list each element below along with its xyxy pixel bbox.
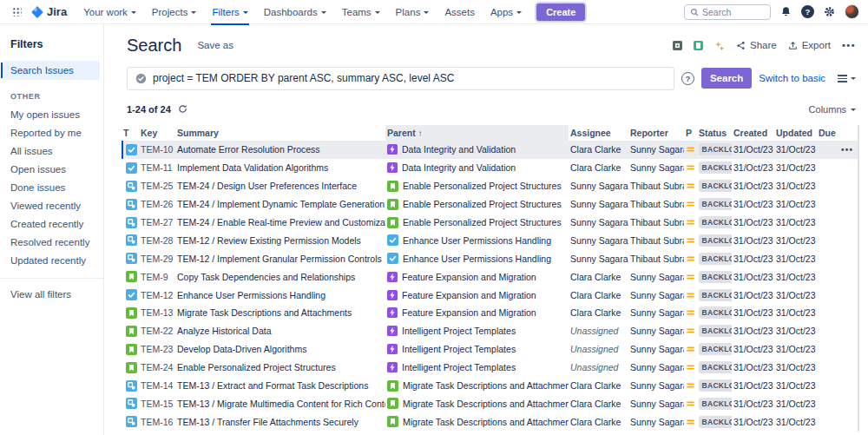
issue-row-tem-11[interactable]: TEM-11Implement Data Validation Algorith…: [122, 159, 859, 177]
issue-row-tem-28[interactable]: TEM-28TEM-12 / Review Existing Permissio…: [122, 231, 859, 249]
column-header-parent[interactable]: Parent↑: [385, 125, 569, 141]
nav-item-your-work[interactable]: Your work: [76, 0, 144, 24]
notifications-icon[interactable]: [780, 6, 792, 17]
column-header-updated[interactable]: Updated: [774, 125, 817, 141]
issue-parent[interactable]: Feature Expansion and Migration: [385, 272, 569, 282]
issue-key[interactable]: TEM-24: [139, 362, 175, 372]
search-button[interactable]: Search: [701, 68, 752, 89]
issue-parent[interactable]: Feature Expansion and Migration: [385, 290, 569, 300]
syntax-help-icon[interactable]: ?: [681, 72, 694, 85]
issue-summary[interactable]: TEM-13 / Transfer File Attachments Secur…: [175, 417, 385, 427]
issue-key[interactable]: TEM-22: [139, 326, 175, 336]
issue-summary[interactable]: Automate Error Resolution Process: [175, 144, 385, 155]
nav-item-assets[interactable]: Assets: [437, 0, 483, 24]
issue-parent[interactable]: Enable Personalized Project Structures: [385, 181, 569, 192]
issue-summary[interactable]: TEM-24 / Implement Dynamic Template Gene…: [175, 199, 385, 209]
column-header-due[interactable]: Due: [817, 125, 839, 141]
nav-item-apps[interactable]: Apps: [483, 0, 529, 24]
issue-key[interactable]: TEM-23: [139, 344, 175, 354]
sidebar-item-updated-recently[interactable]: Updated recently: [0, 252, 103, 270]
issue-row-tem-26[interactable]: TEM-26TEM-24 / Implement Dynamic Templat…: [122, 195, 859, 214]
issue-key[interactable]: TEM-25: [139, 181, 175, 191]
issue-key[interactable]: TEM-10: [139, 144, 175, 155]
issue-summary[interactable]: Migrate Task Descriptions and Attachment…: [175, 307, 385, 318]
issue-key[interactable]: TEM-29: [139, 254, 175, 264]
issue-row-tem-24[interactable]: TEM-24Enable Personalized Project Struct…: [122, 359, 859, 377]
issue-key[interactable]: TEM-9: [139, 272, 175, 282]
sidebar-item-my-open-issues[interactable]: My open issues: [0, 106, 103, 124]
issue-row-tem-23[interactable]: TEM-23Develop Data-Driven AlgorithmsInte…: [122, 340, 859, 359]
issue-key[interactable]: TEM-27: [139, 217, 175, 227]
issue-parent[interactable]: Enhance User Permissions Handling: [385, 253, 569, 264]
view-options-button[interactable]: [838, 75, 856, 82]
issue-row-tem-14[interactable]: TEM-14TEM-13 / Extract and Format Task D…: [122, 377, 859, 395]
issue-key[interactable]: TEM-12: [139, 290, 175, 300]
issue-parent[interactable]: Intelligent Project Templates: [385, 344, 569, 354]
issue-key[interactable]: TEM-26: [139, 199, 175, 209]
columns-button[interactable]: Columns: [809, 104, 856, 115]
sidebar-item-all-issues[interactable]: All issues: [0, 142, 103, 161]
global-search-box[interactable]: [684, 4, 771, 20]
issue-row-tem-15[interactable]: TEM-15TEM-13 / Migrate Multimedia Conten…: [122, 394, 859, 412]
issue-parent[interactable]: Enhance User Permissions Handling: [385, 234, 569, 246]
sidebar-item-resolved-recently[interactable]: Resolved recently: [0, 234, 103, 252]
nav-item-plans[interactable]: Plans: [388, 0, 437, 24]
issue-row-tem-13[interactable]: TEM-13Migrate Task Descriptions and Atta…: [122, 304, 859, 322]
refresh-icon[interactable]: [178, 104, 187, 114]
nav-item-dashboards[interactable]: Dashboards: [256, 0, 334, 24]
issue-key[interactable]: TEM-15: [139, 399, 175, 409]
issue-row-tem-9[interactable]: TEM-9Copy Task Dependencies and Relation…: [122, 267, 859, 286]
issue-parent[interactable]: Data Integrity and Validation: [385, 162, 569, 173]
issue-key[interactable]: TEM-28: [139, 235, 175, 246]
issue-row-tem-12[interactable]: TEM-12Enhance User Permissions HandlingF…: [122, 286, 859, 304]
column-header-created[interactable]: Created: [732, 125, 774, 141]
sidebar-item-viewed-recently[interactable]: Viewed recently: [0, 197, 103, 215]
issue-row-tem-27[interactable]: TEM-27TEM-24 / Enable Real-time Preview …: [122, 214, 859, 232]
sidebar-item-view-all-filters[interactable]: View all filters: [0, 286, 103, 304]
issue-summary[interactable]: Analyze Historical Data: [175, 326, 385, 336]
column-header-reporter[interactable]: Reporter: [628, 125, 684, 141]
column-header-assignee[interactable]: Assignee: [569, 125, 628, 141]
nav-item-filters[interactable]: Filters: [204, 0, 255, 24]
global-search-input[interactable]: [702, 7, 763, 17]
issue-parent[interactable]: Data Integrity and Validation: [385, 144, 569, 155]
jira-logo[interactable]: Jira: [31, 5, 67, 18]
issue-parent[interactable]: Migrate Task Descriptions and Attachment…: [385, 398, 569, 409]
issue-key[interactable]: TEM-11: [139, 162, 175, 173]
issue-summary[interactable]: Develop Data-Driven Algorithms: [175, 344, 385, 354]
issue-parent[interactable]: Enable Personalized Project Structures: [385, 199, 569, 210]
sidebar-item-search-issues[interactable]: Search Issues: [3, 61, 100, 80]
share-button[interactable]: Share: [736, 40, 777, 50]
addon-app-icon-2[interactable]: [694, 41, 703, 50]
addon-app-icon-3[interactable]: [714, 41, 725, 50]
addon-app-icon-1[interactable]: [673, 41, 682, 50]
sidebar-item-done-issues[interactable]: Done issues: [0, 179, 103, 197]
sidebar-item-created-recently[interactable]: Created recently: [0, 215, 103, 234]
column-header-status[interactable]: Status: [697, 125, 732, 141]
issue-summary[interactable]: TEM-24 / Enable Real-time Preview and Cu…: [175, 217, 385, 227]
app-switcher-icon[interactable]: [9, 4, 24, 20]
issue-row-tem-16[interactable]: TEM-16TEM-13 / Transfer File Attachments…: [122, 412, 859, 431]
more-actions-icon[interactable]: •••: [842, 40, 856, 50]
nav-item-teams[interactable]: Teams: [334, 0, 388, 24]
column-header-summary[interactable]: Summary: [175, 125, 385, 141]
row-more-actions-icon[interactable]: •••: [841, 145, 853, 155]
save-as-button[interactable]: Save as: [197, 40, 233, 50]
column-header-p[interactable]: P: [684, 125, 697, 141]
issue-parent[interactable]: Migrate Task Descriptions and Attachment…: [385, 380, 569, 392]
table-scrollbar[interactable]: [858, 125, 859, 432]
issue-row-tem-29[interactable]: TEM-29TEM-12 / Implement Granular Permis…: [122, 249, 859, 267]
issue-key[interactable]: TEM-14: [139, 380, 175, 391]
issue-key[interactable]: TEM-16: [139, 417, 175, 427]
issue-key[interactable]: TEM-13: [139, 307, 175, 318]
issue-parent[interactable]: Feature Expansion and Migration: [385, 307, 569, 318]
issue-summary[interactable]: TEM-12 / Implement Granular Permission C…: [175, 254, 385, 264]
switch-to-basic-link[interactable]: Switch to basic: [759, 73, 825, 83]
create-button[interactable]: Create: [536, 3, 585, 21]
issue-summary[interactable]: Enhance User Permissions Handling: [175, 290, 385, 300]
issue-summary[interactable]: Copy Task Dependencies and Relationships: [175, 272, 385, 282]
issue-summary[interactable]: TEM-24 / Design User Preferences Interfa…: [175, 181, 385, 191]
settings-gear-icon[interactable]: [824, 6, 835, 17]
issue-parent[interactable]: Enable Personalized Project Structures: [385, 217, 569, 228]
sidebar-item-reported-by-me[interactable]: Reported by me: [0, 124, 103, 142]
